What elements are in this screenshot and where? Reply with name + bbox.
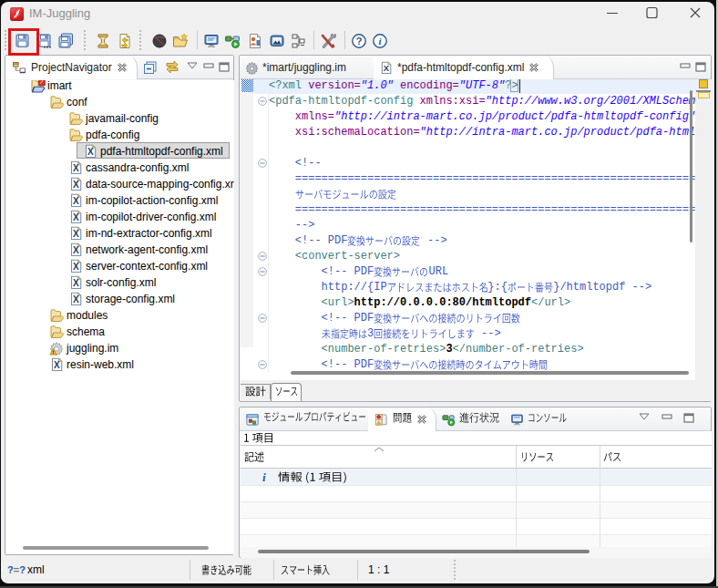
svg-text:X: X	[54, 360, 60, 370]
svg-text:X: X	[73, 229, 79, 239]
svg-text:X: X	[87, 147, 94, 157]
svg-text:X: X	[73, 294, 79, 304]
svg-text:X: X	[73, 196, 79, 206]
svg-text:X: X	[73, 163, 79, 173]
svg-text:X: X	[384, 63, 390, 72]
svg-text:X: X	[73, 245, 79, 255]
svg-text:X: X	[73, 180, 79, 190]
svg-text:X: X	[73, 262, 79, 272]
svg-text:?: ?	[356, 36, 363, 46]
svg-text:X: X	[73, 212, 79, 222]
svg-text:X: X	[73, 278, 79, 288]
